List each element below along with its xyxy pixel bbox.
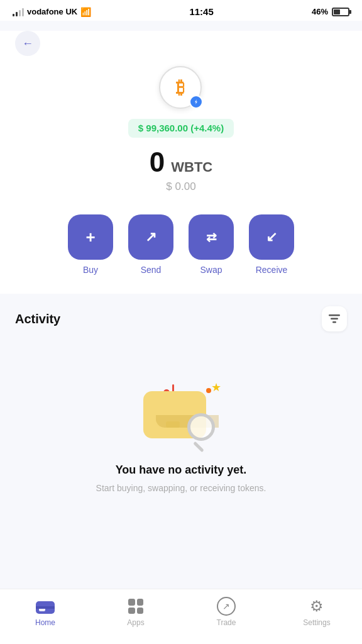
settings-icon-wrapper: ⚙	[305, 597, 328, 616]
status-time: 11:45	[189, 6, 213, 17]
empty-subtitle: Start buying, swapping, or receiving tok…	[96, 482, 266, 495]
price-badge: $ 99,360.00 (+4.4%)	[128, 119, 234, 138]
signal-icon	[13, 8, 24, 16]
nav-item-trade[interactable]: ↗ Trade	[181, 597, 272, 627]
buy-action[interactable]: + Buy	[68, 214, 113, 275]
carrier-label: vodafone UK	[27, 7, 77, 16]
battery-icon	[332, 8, 349, 16]
activity-section: Activity ★	[0, 294, 362, 514]
magnifier-handle	[193, 441, 204, 453]
wallet-chip	[166, 421, 180, 428]
empty-illustration: ★	[131, 357, 231, 451]
coin-section: ₿ $ 99,360.00 (+4.4%) 0 WBTC $ 0.00	[0, 66, 362, 214]
filter-icon	[329, 314, 340, 323]
balance-amount: 0	[150, 147, 165, 178]
coin-price: $ 99,360.00 (+4.4%)	[138, 123, 224, 133]
empty-state: ★ You have no activity yet. Start buying…	[15, 350, 347, 501]
balance-usd: $ 0.00	[166, 180, 195, 193]
decor-dot-orange	[206, 388, 211, 393]
home-icon-wrapper	[34, 597, 57, 616]
buy-button[interactable]: +	[68, 214, 113, 260]
coin-icon-wrapper: ₿	[159, 66, 203, 110]
plus-icon: +	[85, 229, 95, 245]
coin-badge-icon	[189, 95, 203, 109]
receive-icon: ↙	[266, 230, 277, 244]
nav-home-label: Home	[35, 618, 55, 627]
trade-icon-wrapper: ↗	[215, 597, 238, 616]
nav-item-settings[interactable]: ⚙ Settings	[272, 597, 362, 627]
svg-rect-3	[331, 318, 338, 320]
balance-symbol: WBTC	[171, 159, 212, 175]
main-content: ← ₿ $ 99,360.00 (+4.4%) 0 WBTC $ 0.00	[0, 31, 362, 294]
empty-title: You have no activity yet.	[116, 464, 247, 477]
send-button[interactable]: ↗	[128, 214, 173, 260]
magnifier-icon	[187, 413, 225, 451]
settings-icon: ⚙	[310, 597, 324, 615]
btc-icon: ₿	[176, 77, 185, 98]
nav-item-home[interactable]: Home	[0, 597, 90, 627]
back-arrow-icon: ←	[22, 37, 33, 50]
send-icon: ↗	[145, 230, 156, 244]
filter-button[interactable]	[322, 306, 347, 331]
status-bar: vodafone UK 📶 11:45 46%	[0, 0, 362, 21]
apps-icon-wrapper	[124, 597, 147, 616]
activity-title: Activity	[15, 312, 60, 326]
send-action[interactable]: ↗ Send	[128, 214, 173, 275]
apps-icon	[128, 599, 143, 614]
nav-trade-label: Trade	[217, 618, 236, 627]
svg-rect-4	[332, 321, 336, 323]
balance-row: 0 WBTC	[150, 147, 212, 178]
bottom-nav: Home Apps ↗ Trade ⚙ Settings	[0, 589, 362, 644]
send-label: Send	[141, 265, 162, 275]
nav-apps-label: Apps	[127, 618, 144, 627]
buy-label: Buy	[83, 265, 98, 275]
trade-icon: ↗	[217, 597, 236, 616]
nav-item-apps[interactable]: Apps	[90, 597, 181, 627]
battery-pct-label: 46%	[312, 7, 328, 16]
svg-rect-2	[329, 314, 340, 316]
receive-action[interactable]: ↙ Receive	[249, 214, 294, 275]
wifi-icon: 📶	[80, 7, 91, 17]
back-button[interactable]: ←	[15, 31, 40, 56]
magnifier-circle	[187, 413, 215, 441]
swap-icon: ⇄	[206, 231, 217, 243]
activity-header: Activity	[15, 306, 347, 331]
home-icon	[35, 597, 56, 615]
status-right: 46%	[312, 7, 349, 16]
swap-label: Swap	[200, 265, 222, 275]
svg-rect-7	[36, 606, 55, 609]
nav-settings-label: Settings	[303, 618, 330, 627]
actions-row: + Buy ↗ Send ⇄ Swap ↙ Receive	[0, 214, 362, 294]
lightning-icon	[192, 98, 200, 106]
swap-button[interactable]: ⇄	[189, 214, 234, 260]
receive-label: Receive	[256, 265, 288, 275]
receive-button[interactable]: ↙	[249, 214, 294, 260]
decor-star: ★	[211, 380, 221, 394]
status-left: vodafone UK 📶	[13, 7, 91, 17]
swap-action[interactable]: ⇄ Swap	[189, 214, 234, 275]
